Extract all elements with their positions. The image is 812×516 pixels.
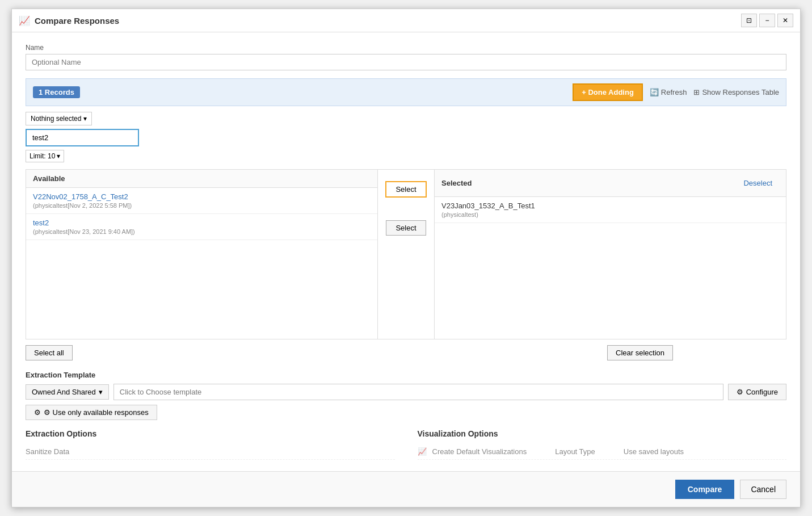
available-header: Available (26, 170, 377, 188)
configure-label: Configure (746, 388, 778, 396)
available-item-name-0[interactable]: V22Nov02_1758_A_C_Test2 (33, 192, 371, 201)
layout-type-label: Layout Type (555, 447, 595, 456)
close-button[interactable]: ✕ (777, 14, 793, 27)
template-input[interactable] (113, 384, 723, 400)
available-column: Available V22Nov02_1758_A_C_Test2 (physi… (26, 170, 378, 339)
filter-row: Nothing selected ▾ (26, 112, 786, 125)
options-columns: Extraction Options Sanitize Data Visuali… (26, 429, 786, 460)
window-title: Compare Responses (35, 16, 741, 26)
name-field-group: Name (26, 44, 786, 70)
limit-label: Limit: 10 (30, 152, 55, 160)
select-buttons-column: Select Select (378, 170, 435, 339)
selected-column: Selected Deselect V23Jan03_1532_A_B_Test… (435, 170, 786, 339)
available-item-meta-1: (physicaltest[Nov 23, 2021 9:40 AM]) (33, 228, 371, 235)
selected-header-row: Selected Deselect (435, 170, 786, 197)
visualization-options-section: Visualization Options 📈 Create Default V… (418, 429, 787, 460)
window-body: Name 1 Records + Done Adding 🔄 Refresh ⊞… (12, 32, 800, 471)
sanitize-data-label: Sanitize Data (26, 447, 69, 456)
title-bar: 📈 Compare Responses ⊡ − ✕ (12, 9, 800, 32)
records-badge: 1 Records (33, 86, 80, 98)
selection-columns: Available V22Nov02_1758_A_C_Test2 (physi… (26, 169, 786, 339)
refresh-link[interactable]: 🔄 Refresh (650, 88, 687, 97)
available-item-meta-0: (physicaltest[Nov 2, 2022 5:58 PM]) (33, 202, 371, 209)
gear-icon: ⚙ (34, 408, 41, 417)
use-available-label: ⚙ Use only available responses (44, 408, 149, 417)
owned-shared-button[interactable]: Owned And Shared ▾ (26, 384, 109, 400)
create-default-viz-label: Create Default Visualizations (432, 447, 527, 456)
extraction-options-heading: Extraction Options (26, 429, 395, 438)
cancel-button[interactable]: Cancel (740, 480, 786, 499)
dropdown-arrow-icon: ▾ (83, 115, 87, 123)
bottom-actions: Select all Clear selection (26, 345, 786, 360)
extraction-options-section: Extraction Options Sanitize Data (26, 429, 395, 460)
selected-item-meta-0: (physicaltest) (441, 211, 779, 218)
available-item-name-1[interactable]: test2 (33, 219, 371, 227)
name-label: Name (26, 44, 786, 52)
clear-selection-button[interactable]: Clear selection (607, 345, 673, 360)
name-input[interactable] (26, 54, 786, 70)
main-window: 📈 Compare Responses ⊡ − ✕ Name 1 Records… (11, 9, 801, 507)
window-controls: ⊡ − ✕ (741, 14, 793, 27)
chart-icon: 📈 (418, 447, 427, 456)
limit-arrow-icon: ▾ (57, 152, 60, 160)
compare-button[interactable]: Compare (675, 480, 735, 499)
window-icon: 📈 (19, 15, 30, 26)
selected-header: Selected (441, 179, 472, 187)
refresh-label: Refresh (661, 88, 687, 97)
selected-item-name-0: V23Jan03_1532_A_B_Test1 (441, 202, 779, 210)
select-button-1[interactable]: Select (386, 220, 426, 236)
use-available-button[interactable]: ⚙ ⚙ Use only available responses (26, 405, 157, 420)
footer: Compare Cancel (12, 471, 800, 507)
nothing-selected-dropdown[interactable]: Nothing selected ▾ (26, 112, 92, 125)
minimize-button[interactable]: − (759, 14, 775, 27)
select-all-button[interactable]: Select all (26, 345, 73, 360)
extraction-template-title: Extraction Template (26, 371, 786, 379)
list-item: test2 (physicaltest[Nov 23, 2021 9:40 AM… (26, 214, 377, 240)
search-input[interactable] (26, 129, 139, 146)
search-row (26, 129, 786, 146)
owned-shared-label: Owned And Shared (32, 388, 96, 396)
select-button-0[interactable]: Select (385, 181, 426, 198)
sanitize-data-row: Sanitize Data (26, 444, 395, 460)
maximize-button[interactable]: ⊡ (741, 14, 757, 27)
show-responses-label: Show Responses Table (702, 88, 779, 97)
owned-shared-arrow-icon: ▾ (99, 388, 103, 396)
configure-button[interactable]: ⚙ Configure (728, 384, 786, 400)
list-item: V22Nov02_1758_A_C_Test2 (physicaltest[No… (26, 188, 377, 214)
create-default-viz-row: 📈 Create Default Visualizations Layout T… (418, 444, 787, 460)
deselect-link[interactable]: Deselect (737, 174, 779, 192)
limit-dropdown[interactable]: Limit: 10 ▾ (26, 150, 64, 162)
records-bar: 1 Records + Done Adding 🔄 Refresh ⊞ Show… (26, 78, 786, 106)
visualization-options-heading: Visualization Options (418, 429, 787, 438)
refresh-icon: 🔄 (650, 88, 659, 97)
show-responses-link[interactable]: ⊞ Show Responses Table (693, 88, 779, 97)
use-saved-layouts-label: Use saved layouts (624, 447, 684, 456)
records-actions: + Done Adding 🔄 Refresh ⊞ Show Responses… (573, 83, 779, 101)
done-adding-button[interactable]: + Done Adding (573, 83, 643, 101)
selected-item: V23Jan03_1532_A_B_Test1 (physicaltest) (435, 197, 786, 223)
configure-icon: ⚙ (737, 388, 743, 396)
extraction-template-row: Owned And Shared ▾ ⚙ Configure (26, 384, 786, 400)
table-icon: ⊞ (693, 88, 700, 97)
nothing-selected-label: Nothing selected (31, 115, 81, 123)
extraction-template-section: Extraction Template Owned And Shared ▾ ⚙… (26, 371, 786, 420)
